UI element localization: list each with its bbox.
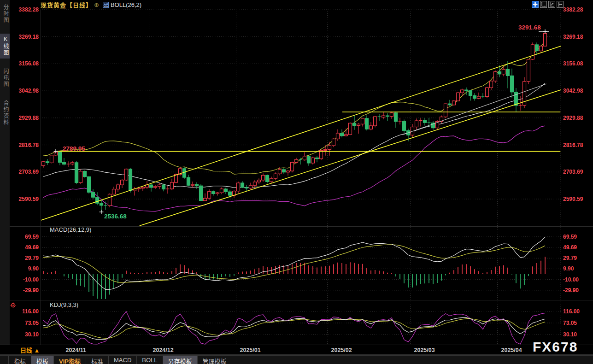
chart-canvas[interactable]: 2789.952536.683291.683382.283269.183156.… [0,0,593,355]
tab-manage-template[interactable]: 管理模板 [198,356,232,364]
date-label: 2025/01 [240,347,261,353]
annotation-2536.68: 2536.68 [104,213,127,220]
move-tool-icon[interactable] [532,1,539,8]
svg-text:9.90: 9.90 [563,265,574,272]
symbol-title: 现货黄金【日线】 [41,0,92,9]
tab-macd[interactable]: MACD [109,356,137,364]
svg-text:29.79: 29.79 [25,255,39,261]
gridlines [41,10,561,345]
svg-text:3042.98: 3042.98 [563,88,583,94]
overlay-indicator-label: BOLL(26,2) [111,1,141,8]
date-label: 2025/02 [331,347,352,353]
tab-templates[interactable]: 模板 [31,356,54,364]
macd-pane: MACD(26,12,9) [43,226,545,299]
annotation-3291.68: 3291.68 [518,24,541,31]
svg-text:29.79: 29.79 [563,255,577,261]
svg-text:3156.08: 3156.08 [563,60,583,67]
svg-text:2816.78: 2816.78 [19,142,39,148]
svg-text:116.00: 116.00 [22,308,39,315]
svg-text:73.05: 73.05 [563,320,577,326]
svg-text:9.90: 9.90 [28,265,39,272]
period-selector[interactable]: 日线 ▲ [20,347,40,354]
kdj-settings-icon[interactable] [10,302,16,310]
svg-text:30.10: 30.10 [25,331,39,338]
tab-standard[interactable]: 标准 [86,356,109,364]
svg-text:3156.08: 3156.08 [19,60,39,67]
date-label: 2025/04 [501,347,522,353]
tab-indicators[interactable]: 指标 [9,356,31,364]
chart-type-sidebar: 分时图 K线图 闪电图 合约资料 [0,0,10,345]
svg-text:49.69: 49.69 [563,244,577,251]
tab-boll[interactable]: BOLL [137,356,163,364]
watermark-text: FX678 [533,339,578,354]
svg-text:-10.00: -10.00 [23,276,39,283]
kdj-pane: KDJ(9,3,3) [43,301,545,344]
svg-text:49.69: 49.69 [25,244,39,251]
kdj-header: KDJ(9,3,3) [50,301,78,308]
sidebar-item-contract-info[interactable]: 合约资料 [0,98,10,128]
sidebar-item-timeshare[interactable]: 分时图 [0,2,10,26]
svg-text:3382.28: 3382.28 [19,6,39,13]
chart-header: 现货黄金【日线】 ⊕ BOLL(26,2) [41,0,141,10]
trading-app-window: 2789.952536.683291.683382.283269.183156.… [0,0,593,364]
date-label: 2025/03 [414,347,435,353]
svg-text:-10.00: -10.00 [563,276,579,283]
sidebar-item-kline[interactable]: K线图 [0,34,10,59]
svg-text:2929.88: 2929.88 [19,115,39,121]
svg-text:3269.18: 3269.18 [563,34,583,40]
svg-text:2703.69: 2703.69 [563,169,583,175]
price-axis-right: 3382.283269.183156.083042.982929.882816.… [563,6,583,338]
svg-text:73.05: 73.05 [25,320,39,326]
extremum-markers [54,29,550,214]
axis-scale-icon[interactable] [548,1,555,8]
svg-text:3042.98: 3042.98 [19,88,39,94]
svg-text:3269.18: 3269.18 [19,34,39,40]
svg-text:2929.88: 2929.88 [563,115,583,121]
tab-vip-indicators[interactable]: VIP指标 [54,356,86,364]
date-label: 2024/11 [66,347,87,353]
chart-tools [532,1,564,8]
boll-indicator-icon[interactable] [103,2,109,8]
candlestick-series [42,31,547,212]
svg-text:69.59: 69.59 [25,234,39,240]
sidebar-item-lightning[interactable]: 闪电图 [0,66,10,90]
add-overlay-icon[interactable]: ⊕ [94,1,99,8]
svg-text:-29.90: -29.90 [23,287,39,294]
svg-text:30.10: 30.10 [563,331,577,338]
svg-text:-29.90: -29.90 [563,287,579,294]
svg-text:2703.69: 2703.69 [19,169,39,175]
trend-channel-lower [140,90,561,226]
date-label: 2024/12 [153,347,174,353]
svg-text:2816.78: 2816.78 [563,142,583,148]
bottom-toolbar: 指标 模板 VIP指标 标准 MACD BOLL 另存模板 管理模板 [0,355,593,364]
tab-save-template[interactable]: 另存模板 [163,356,198,364]
svg-text:69.59: 69.59 [563,234,577,240]
axis-shift-icon[interactable] [557,1,564,8]
svg-text:3382.28: 3382.28 [563,6,583,13]
svg-text:116.00: 116.00 [563,308,580,315]
svg-text:2590.59: 2590.59 [563,196,583,202]
axis-zoom-icon[interactable] [540,1,547,8]
price-axis-left: 3382.283269.183156.083042.982929.882816.… [19,6,39,338]
date-axis: 2024/112024/122025/012025/022025/032025/… [20,339,578,354]
svg-text:2590.59: 2590.59 [19,196,39,202]
annotation-2789.95: 2789.95 [63,145,85,152]
trendlines [41,46,561,226]
macd-header: MACD(26,12,9) [50,226,91,233]
trend-channel-upper [41,46,561,220]
toolbar-spacer [0,356,9,364]
